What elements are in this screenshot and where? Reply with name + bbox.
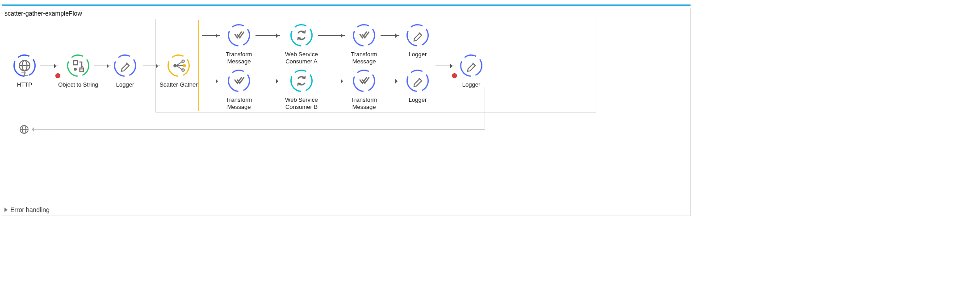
flow-arrow <box>381 35 399 36</box>
svg-point-16 <box>183 64 185 67</box>
svg-point-23 <box>291 70 312 91</box>
dataweave-icon <box>226 22 252 48</box>
breakpoint-dot[interactable] <box>55 73 60 78</box>
flow-canvas: scatter-gather-exampleFlow HTTP <box>0 0 692 218</box>
flow-arrow <box>318 35 345 36</box>
return-path <box>32 129 485 130</box>
web-service-consumer-label: Web Service Consumer B <box>277 96 326 111</box>
transform-message-node[interactable]: Transform Message <box>344 22 384 66</box>
flow-arrow <box>202 81 220 81</box>
scatter-gather-label: Scatter-Gather <box>156 81 201 88</box>
dataweave-icon <box>351 22 377 48</box>
object-to-string-label: Object to String <box>54 81 103 88</box>
svg-line-14 <box>176 66 183 70</box>
return-path <box>485 87 485 129</box>
return-arrowhead <box>29 127 34 132</box>
scatter-gather-node[interactable]: Scatter-Gather <box>156 53 201 88</box>
pencil-icon <box>112 53 138 79</box>
web-service-icon <box>289 22 314 48</box>
logger-label: Logger <box>451 81 491 88</box>
transform-message-label: Transform Message <box>219 51 259 66</box>
pencil-icon <box>405 68 431 94</box>
http-listener-label: HTTP <box>4 81 45 88</box>
transform-message-label: Transform Message <box>344 51 384 66</box>
flow-title: scatter-gather-exampleFlow <box>4 10 82 17</box>
flow-arrow <box>143 66 160 66</box>
transform-message-node[interactable]: Transform Message <box>344 68 384 111</box>
flow-arrow <box>94 66 111 66</box>
pencil-icon <box>405 22 431 48</box>
flow-arrow <box>202 35 220 36</box>
dataweave-icon <box>351 68 377 94</box>
source-divider <box>48 19 48 130</box>
transform-message-node[interactable]: Transform Message <box>219 68 259 111</box>
flow-accent-bar <box>2 4 691 6</box>
logger-label: Logger <box>105 81 145 88</box>
logger-label: Logger <box>398 96 438 104</box>
svg-line-12 <box>176 62 183 66</box>
web-service-consumer-node[interactable]: Web Service Consumer B <box>277 68 326 111</box>
object-to-string-node[interactable]: Object to String <box>54 53 103 88</box>
http-listener-node[interactable]: HTTP <box>4 53 45 88</box>
logger-node[interactable]: Logger <box>105 53 145 88</box>
expand-triangle-icon <box>4 208 8 212</box>
transform-message-node[interactable]: Transform Message <box>219 22 259 66</box>
svg-point-17 <box>182 69 184 71</box>
flow-arrow <box>40 66 58 66</box>
logger-node[interactable]: Logger <box>451 53 491 88</box>
logger-node[interactable]: Logger <box>398 22 438 58</box>
logger-node[interactable]: Logger <box>398 68 438 104</box>
svg-point-11 <box>174 64 176 67</box>
flow-arrow <box>318 81 345 81</box>
error-handling-label: Error handling <box>10 206 50 213</box>
svg-point-4 <box>67 55 88 76</box>
web-service-consumer-node[interactable]: Web Service Consumer A <box>277 22 326 66</box>
flow-arrow <box>381 81 399 81</box>
flow-arrow <box>255 35 280 36</box>
web-service-icon <box>289 68 314 94</box>
logger-label: Logger <box>398 51 438 58</box>
svg-point-6 <box>74 68 76 71</box>
error-handling-toggle[interactable]: Error handling <box>4 206 50 213</box>
flow-arrow <box>436 66 454 66</box>
scatter-icon <box>166 53 192 79</box>
pencil-icon <box>458 53 484 79</box>
transformer-icon <box>65 53 91 79</box>
svg-rect-5 <box>73 61 77 65</box>
web-service-consumer-label: Web Service Consumer A <box>277 51 326 66</box>
transform-message-label: Transform Message <box>219 96 259 111</box>
svg-point-15 <box>182 60 184 62</box>
dataweave-icon <box>226 68 252 94</box>
breakpoint-dot[interactable] <box>452 73 457 78</box>
response-globe-icon <box>19 124 29 135</box>
globe-icon <box>12 53 38 79</box>
svg-point-19 <box>291 25 312 46</box>
transform-message-label: Transform Message <box>344 96 384 111</box>
flow-arrow <box>255 81 280 81</box>
